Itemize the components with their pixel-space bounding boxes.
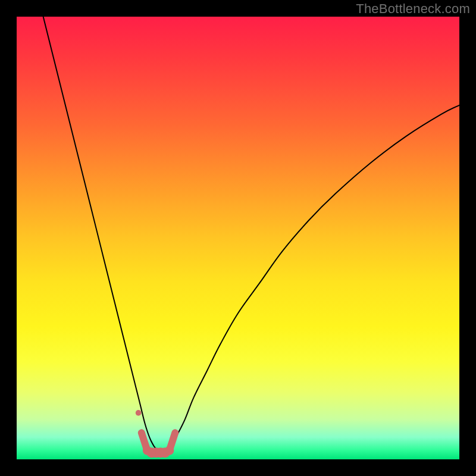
extra-dot — [136, 410, 142, 416]
chart-frame — [17, 17, 459, 459]
trough-marker — [172, 430, 178, 436]
watermark-text: TheBottleneck.com — [356, 1, 470, 17]
bottleneck-curve — [43, 17, 459, 451]
bottleneck-chart — [17, 17, 459, 459]
trough-marker — [165, 446, 174, 455]
trough-marker — [138, 430, 145, 436]
trough-marker-group — [138, 430, 178, 458]
